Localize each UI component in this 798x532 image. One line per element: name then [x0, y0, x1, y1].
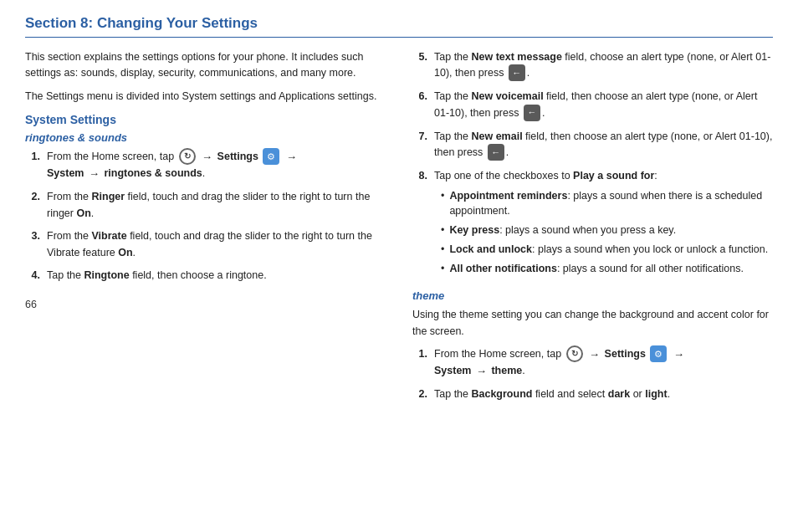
step-number: 4. — [25, 268, 40, 284]
theme-intro: Using the theme setting you can change t… — [412, 307, 773, 340]
step-number: 1. — [25, 149, 40, 182]
on-label: On — [118, 247, 132, 258]
vibrate-label: Vibrate — [92, 230, 127, 242]
list-item: 3. From the Vibrate field, touch and dra… — [25, 228, 386, 261]
list-item: Key press: plays a sound when you press … — [441, 223, 773, 238]
ringtones-label: ringtones & sounds — [104, 168, 202, 180]
step-number: 1. — [412, 346, 427, 380]
back-icon: ← — [488, 144, 504, 161]
ringtone-label: Ringtone — [84, 269, 129, 281]
system-label: System — [47, 168, 84, 180]
back-icon: ← — [524, 105, 540, 121]
theme-label: theme — [491, 366, 522, 377]
step-number: 6. — [412, 89, 427, 121]
ringtones-sounds-title: ringtones & sounds — [25, 131, 386, 144]
step-content: From the Home screen, tap ↻ → Settings ⚙… — [434, 346, 773, 380]
settings-icon: ⚙ — [650, 345, 667, 362]
home-icon: ↻ — [179, 148, 196, 165]
theme-title: theme — [412, 289, 773, 302]
step-content: Tap the New email field, then choose an … — [434, 129, 773, 161]
list-item: 6. Tap the New voicemail field, then cho… — [412, 89, 773, 121]
bullet-text: Key press: plays a sound when you press … — [449, 223, 676, 238]
step-number: 2. — [25, 189, 40, 222]
list-item: 5. Tap the New text message field, choos… — [412, 49, 773, 82]
arrow-icon: → — [589, 348, 600, 361]
list-item: Appointment reminders: plays a sound whe… — [441, 188, 773, 220]
on-label: On — [76, 207, 90, 219]
new-text-message-label: New text message — [471, 51, 561, 63]
page-number: 66 — [25, 299, 386, 310]
back-icon: ← — [509, 64, 525, 81]
left-column: This section explains the settings optio… — [25, 49, 386, 410]
content-columns: This section explains the settings optio… — [25, 49, 773, 410]
bullet-text: Appointment reminders: plays a sound whe… — [449, 188, 773, 220]
arrow-icon: → — [286, 151, 297, 163]
ringtones-steps-list: 1. From the Home screen, tap ↻ → Setting… — [25, 149, 386, 284]
arrow-icon: → — [476, 365, 487, 377]
list-item: 2. Tap the Background field and select d… — [412, 386, 773, 402]
dark-label: dark — [608, 388, 630, 400]
step-number: 3. — [25, 228, 40, 261]
list-item: 8. Tap one of the checkboxes to Play a s… — [412, 168, 773, 279]
right-steps-list: 5. Tap the New text message field, choos… — [412, 49, 773, 279]
section-title: Section 8: Changing Your Settings — [25, 15, 773, 32]
intro-para-2: The Settings menu is divided into System… — [25, 89, 386, 105]
step-content: From the Ringer field, touch and drag th… — [47, 189, 386, 222]
bullet-text: Lock and unlock: plays a sound when you … — [449, 242, 768, 258]
step-content: Tap the Ringtone field, then choose a ri… — [47, 268, 386, 284]
list-item: 1. From the Home screen, tap ↻ → Setting… — [412, 346, 773, 380]
appointment-label: Appointment reminders — [449, 190, 567, 202]
system-settings-title: System Settings — [25, 113, 386, 126]
step-content: From the Vibrate field, touch and drag t… — [47, 228, 386, 261]
list-item: All other notifications: plays a sound f… — [441, 261, 773, 277]
page: Section 8: Changing Your Settings This s… — [0, 0, 798, 532]
arrow-icon: → — [673, 348, 684, 361]
step-content: Tap one of the checkboxes to Play a soun… — [434, 168, 773, 279]
play-sound-label: Play a sound for — [573, 170, 654, 182]
section-divider — [25, 37, 773, 38]
theme-steps-list: 1. From the Home screen, tap ↻ → Setting… — [412, 346, 773, 403]
home-icon: ↻ — [566, 345, 583, 362]
settings-label: Settings — [217, 151, 258, 163]
new-email-label: New email — [471, 130, 522, 142]
new-voicemail-label: New voicemail — [471, 90, 543, 102]
list-item: 4. Tap the Ringtone field, then choose a… — [25, 268, 386, 284]
step-number: 2. — [412, 386, 427, 402]
background-label: Background — [471, 388, 532, 400]
step-content: Tap the Background field and select dark… — [434, 386, 773, 402]
step-content: Tap the New text message field, choose a… — [434, 49, 773, 82]
ringer-label: Ringer — [92, 191, 125, 202]
sound-bullets: Appointment reminders: plays a sound whe… — [441, 188, 773, 277]
list-item: Lock and unlock: plays a sound when you … — [441, 242, 773, 258]
light-label: light — [645, 388, 667, 400]
bullet-text: All other notifications: plays a sound f… — [449, 261, 744, 277]
system-label: System — [434, 366, 471, 377]
key-press-label: Key press — [449, 224, 499, 236]
settings-label: Settings — [605, 348, 646, 360]
step-content: From the Home screen, tap ↻ → Settings ⚙… — [47, 149, 386, 182]
step-number: 5. — [412, 49, 427, 82]
list-item: 2. From the Ringer field, touch and drag… — [25, 189, 386, 222]
all-other-label: All other notifications — [449, 263, 556, 274]
list-item: 1. From the Home screen, tap ↻ → Setting… — [25, 149, 386, 182]
right-column: 5. Tap the New text message field, choos… — [412, 49, 773, 410]
list-item: 7. Tap the New email field, then choose … — [412, 129, 773, 161]
lock-unlock-label: Lock and unlock — [449, 243, 532, 255]
step-number: 7. — [412, 129, 427, 161]
arrow-icon: → — [202, 151, 212, 163]
settings-icon: ⚙ — [263, 148, 279, 165]
intro-para-1: This section explains the settings optio… — [25, 49, 386, 82]
step-number: 8. — [412, 168, 427, 279]
arrow-icon: → — [89, 167, 100, 180]
step-content: Tap the New voicemail field, then choose… — [434, 89, 773, 121]
